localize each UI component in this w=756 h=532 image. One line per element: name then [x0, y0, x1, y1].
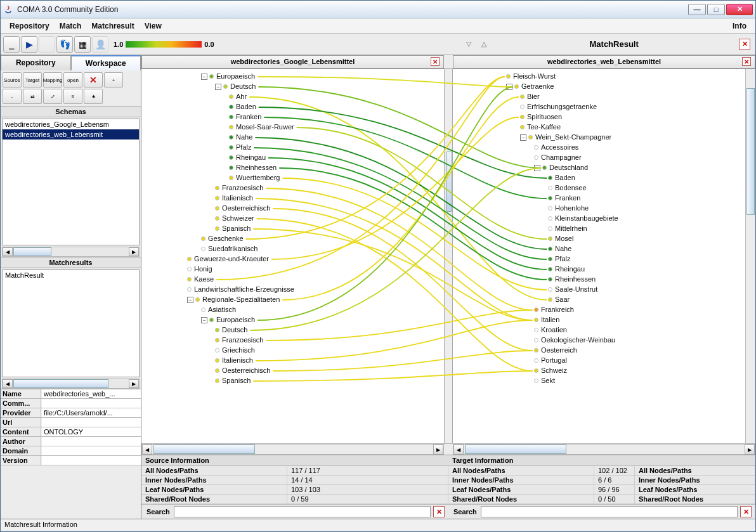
maximize-button[interactable]: □	[707, 4, 725, 15]
tree-node[interactable]: Asiatisch	[173, 305, 444, 315]
tree-node[interactable]: Schweiz	[478, 366, 755, 376]
toolbar-btn-5[interactable]: ▦	[74, 36, 91, 53]
workspace-btn-1[interactable]: Target	[23, 72, 42, 88]
right-hscroll[interactable]: ◀▶	[453, 444, 755, 455]
menu-info[interactable]: Info	[727, 20, 752, 32]
workspace-btn-9[interactable]: ≡	[63, 89, 82, 104]
tree-node[interactable]: Gewuerze-und-Kraeuter	[173, 254, 444, 264]
filter-up-icon[interactable]: △	[479, 39, 489, 49]
workspace-btn-0[interactable]: Source	[3, 72, 22, 88]
tree-node[interactable]: −Europaeisch	[173, 72, 444, 82]
tree-node[interactable]: Franzoesisch	[173, 183, 444, 193]
matchresults-list[interactable]: MatchResult	[2, 269, 140, 377]
tree-node[interactable]: −Regionale-Spezialitaeten	[173, 295, 444, 305]
tree-node[interactable]: Rheingau	[173, 153, 444, 163]
mr-hscroll[interactable]: ◀▶	[2, 379, 140, 389]
close-left-tree[interactable]: ✕	[431, 57, 440, 66]
tree-node[interactable]: Oesterreich	[478, 346, 755, 356]
tree-node[interactable]: Landwirtschaftliche-Erzeugnisse	[173, 285, 444, 295]
left-hscroll[interactable]: ◀▶	[141, 444, 444, 455]
tree-node[interactable]: Oesterreichisch	[173, 204, 444, 214]
target-search-clear[interactable]: ✕	[740, 506, 752, 517]
workspace-btn-6[interactable]: -	[3, 89, 22, 104]
tab-repository[interactable]: Repository	[1, 55, 71, 70]
tree-node[interactable]: Italien	[478, 315, 755, 325]
tree-node[interactable]: Saar	[478, 295, 755, 305]
schemas-hscroll[interactable]: ◀▶	[2, 247, 140, 257]
workspace-btn-3[interactable]: open	[63, 72, 82, 88]
menu-view[interactable]: View	[140, 20, 167, 32]
expand-toggle[interactable]: −	[215, 84, 221, 90]
tree-node[interactable]: Mosel	[478, 234, 755, 244]
tree-node[interactable]: Griechisch	[173, 346, 444, 356]
close-button[interactable]: ✕	[726, 4, 753, 15]
matchresult-item[interactable]: MatchResult	[3, 270, 139, 280]
tree-node[interactable]: Bier	[478, 92, 755, 102]
tree-node[interactable]: −Deutschland	[478, 163, 755, 173]
tree-node[interactable]: Tee-Kaffee	[478, 122, 755, 133]
tree-node[interactable]: Rheinhessen	[173, 163, 444, 173]
workspace-btn-4[interactable]: ✕	[84, 72, 103, 88]
workspace-btn-5[interactable]: +	[104, 72, 123, 88]
tree-node[interactable]: Schweizer	[173, 214, 444, 224]
tree-node[interactable]: Spirituosen	[478, 112, 755, 122]
right-vscroll[interactable]	[745, 69, 755, 443]
close-right-tree[interactable]: ✕	[742, 57, 751, 66]
tree-node[interactable]: −Europaeisch	[173, 315, 444, 325]
tree-node[interactable]: −Wein_Sekt-Champagner	[478, 133, 755, 143]
tree-node[interactable]: Kroatien	[478, 325, 755, 335]
toolbar-btn-play[interactable]: ▶	[21, 36, 37, 53]
expand-toggle[interactable]: −	[201, 317, 207, 323]
tree-node[interactable]: Pfalz	[173, 143, 444, 153]
minimize-button[interactable]: —	[688, 4, 706, 15]
tab-workspace[interactable]: Workspace	[71, 55, 141, 70]
tree-node[interactable]: Portugal	[478, 356, 755, 366]
workspace-btn-2[interactable]: Mapping	[43, 72, 62, 88]
tree-node[interactable]: Rheinhessen	[478, 275, 755, 285]
source-search-input[interactable]	[174, 506, 431, 517]
tree-node[interactable]: Bodensee	[478, 183, 755, 193]
tree-node[interactable]: Geschenke	[173, 234, 444, 244]
tree-node[interactable]: Suedafrikanisch	[173, 244, 444, 254]
tree-node[interactable]: Mittelrhein	[478, 224, 755, 234]
tree-node[interactable]: Italienisch	[173, 356, 444, 366]
close-matchresult[interactable]: ✕	[739, 39, 750, 50]
schema-item[interactable]: webdirectories_Google_Lebensm	[3, 119, 139, 129]
tree-node[interactable]: Kaese	[173, 275, 444, 285]
schemas-list[interactable]: webdirectories_Google_Lebensmwebdirector…	[2, 119, 140, 245]
tree-node[interactable]: Fleisch-Wurst	[478, 72, 755, 82]
tree-node[interactable]: Frankreich	[478, 305, 755, 315]
workspace-btn-10[interactable]: ★	[84, 89, 103, 104]
tree-node[interactable]: Mosel-Saar-Ruwer	[173, 122, 444, 133]
tree-node[interactable]: Franzoesisch	[173, 335, 444, 346]
tree-node[interactable]: Italienisch	[173, 193, 444, 204]
expand-toggle[interactable]: −	[534, 165, 540, 171]
tree-node[interactable]: Deutsch	[173, 325, 444, 335]
schema-item[interactable]: webdirectories_web_Lebensmit	[3, 129, 139, 139]
tree-node[interactable]: Spanisch	[173, 376, 444, 386]
tree-node[interactable]: Erfrischungsgetraenke	[478, 102, 755, 112]
tree-node[interactable]: Oesterreichisch	[173, 366, 444, 376]
filter-down-icon[interactable]: ▽	[464, 39, 474, 49]
expand-toggle[interactable]: −	[187, 297, 193, 303]
toolbar-btn-feet[interactable]: 👣	[56, 36, 73, 53]
menu-matchresult[interactable]: Matchresult	[86, 20, 139, 32]
tree-node[interactable]: Nahe	[478, 244, 755, 254]
target-search-input[interactable]	[481, 506, 738, 517]
workspace-btn-7[interactable]: ⇄	[23, 89, 42, 104]
expand-toggle[interactable]: −	[506, 84, 512, 90]
expand-toggle[interactable]: −	[520, 134, 526, 141]
tree-node[interactable]: Oekologischer-Weinbau	[478, 335, 755, 346]
tree-node[interactable]: Sekt	[478, 376, 755, 386]
workspace-btn-8[interactable]: ⤢	[43, 89, 62, 104]
splitter[interactable]	[444, 69, 453, 443]
tree-node[interactable]: Nahe	[173, 133, 444, 143]
tree-node[interactable]: Saale-Unstrut	[478, 285, 755, 295]
tree-node[interactable]: Accessoires	[478, 143, 755, 153]
left-tree[interactable]: −Europaeisch−DeutschAhrBadenFrankenMosel…	[141, 69, 444, 443]
tree-node[interactable]: Pfalz	[478, 254, 755, 264]
tree-node[interactable]: Wuerttemberg	[173, 173, 444, 183]
tree-node[interactable]: Ahr	[173, 92, 444, 102]
tree-node[interactable]: Kleinstanbaugebiete	[478, 214, 755, 224]
tree-node[interactable]: Rheingau	[478, 264, 755, 275]
